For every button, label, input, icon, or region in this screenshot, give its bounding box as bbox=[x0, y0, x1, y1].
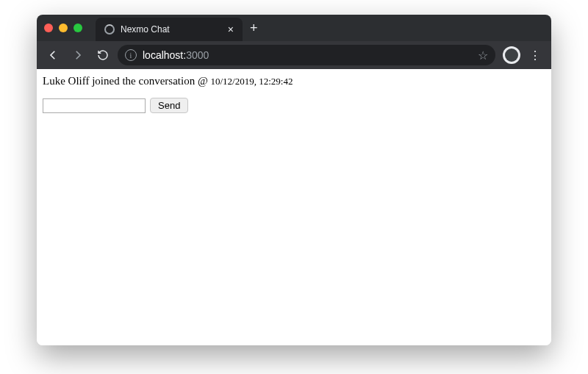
titlebar: Nexmo Chat × + bbox=[37, 15, 551, 41]
message-timestamp: 10/12/2019, 12:29:42 bbox=[211, 76, 293, 87]
forward-button[interactable] bbox=[68, 45, 88, 65]
url-host: localhost: bbox=[143, 49, 186, 61]
close-tab-icon[interactable]: × bbox=[228, 24, 234, 35]
bookmark-star-icon[interactable]: ☆ bbox=[478, 48, 488, 62]
loading-spinner-icon bbox=[104, 24, 115, 35]
message-input[interactable] bbox=[43, 98, 146, 113]
maximize-window-button[interactable] bbox=[74, 24, 82, 32]
system-message: Luke Oliff joined the conversation @ 10/… bbox=[43, 75, 545, 87]
profile-avatar[interactable] bbox=[503, 46, 520, 64]
reload-button[interactable] bbox=[93, 45, 113, 65]
message-at-separator: @ bbox=[195, 75, 210, 87]
site-info-icon[interactable]: i bbox=[125, 49, 137, 61]
url-port: 3000 bbox=[186, 49, 209, 61]
browser-window: Nexmo Chat × + i localhost:3000 ☆ ⋮ Luke… bbox=[37, 15, 551, 345]
send-button[interactable]: Send bbox=[150, 98, 188, 113]
window-controls bbox=[44, 24, 82, 32]
avatar-icon bbox=[505, 48, 518, 62]
back-button[interactable] bbox=[43, 45, 63, 65]
message-text: Luke Oliff joined the conversation bbox=[43, 75, 195, 87]
browser-toolbar: i localhost:3000 ☆ ⋮ bbox=[37, 41, 551, 69]
close-window-button[interactable] bbox=[44, 24, 53, 32]
browser-tab[interactable]: Nexmo Chat × bbox=[96, 18, 243, 41]
tab-title: Nexmo Chat bbox=[121, 24, 222, 35]
new-tab-button[interactable]: + bbox=[250, 21, 258, 35]
message-form: Send bbox=[43, 98, 545, 113]
minimize-window-button[interactable] bbox=[59, 24, 68, 32]
page-content: Luke Oliff joined the conversation @ 10/… bbox=[37, 69, 551, 345]
url-text: localhost:3000 bbox=[143, 49, 209, 61]
address-bar[interactable]: i localhost:3000 ☆ bbox=[118, 45, 495, 65]
browser-menu-button[interactable]: ⋮ bbox=[529, 48, 541, 62]
